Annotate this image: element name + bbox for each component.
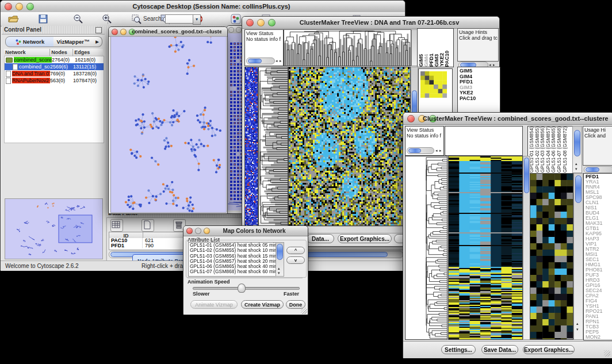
view-status-hscrollbar[interactable] [407,147,434,154]
zoom-scroll-down-icon[interactable]: ▾ [576,327,579,331]
tab-vizmapper[interactable]: VizMapper™ [53,36,93,47]
column-label[interactable]: PAC10 [445,51,450,67]
treeview2-zoom-scrollbar[interactable]: ▴ ▾ [573,173,583,340]
hints-scroll-right-icon[interactable]: ▸ [493,63,495,67]
speed-slider-track[interactable] [193,287,300,290]
create-vizmap-button[interactable]: Create Vizmap [241,300,284,309]
network-overview-canvas[interactable] [5,199,101,258]
label-scroll-up-icon[interactable]: ▴ [575,162,577,166]
treeview1-heatmap[interactable] [288,67,411,226]
network-row[interactable]: RNAPuberNov2+563(0)107847(0) [5,77,104,84]
dialog-close-button[interactable] [186,228,193,234]
treeview1-row-dendrogram[interactable] [258,67,288,226]
float-panel-icon[interactable] [95,27,102,33]
scroll-right-icon[interactable]: ▸ [439,148,442,152]
label-scroll-down-icon[interactable]: ▾ [575,167,577,171]
treeview2-hints-scrollbar[interactable] [584,166,612,173]
network-doc-icon [13,64,18,70]
attribute-list[interactable]: GPL51-01 (GSM854) heat shock 05 minGPL51… [188,242,277,277]
scroll-left-icon[interactable]: ◂ [276,59,278,63]
close-button[interactable] [5,3,12,10]
attribute-scroll-up-icon[interactable]: ▴ [278,266,280,270]
network-view-close-button[interactable] [112,29,118,35]
treeview1-minimize-button[interactable] [257,19,265,26]
dialog-resize-grip[interactable] [301,308,307,314]
view-status-label: View Status [246,30,273,36]
vizmapper-icon[interactable] [230,13,242,25]
faster-label: Faster [284,291,299,297]
network-view-minimize-button[interactable] [120,29,127,35]
col-network[interactable]: Network [4,49,50,56]
scroll-right-icon[interactable]: ▸ [280,59,282,63]
control-panel-title: Control Panel [4,26,41,33]
search-dropdown-arrow[interactable]: ▾ [193,14,201,25]
slower-label: Slower [193,291,210,297]
treeview2-close-button[interactable] [407,115,415,122]
move-down-button[interactable]: v [286,256,305,264]
attribute-list-item[interactable]: GPL51-07 (GSM868) heat shock 60 min [189,269,276,274]
treeview1-usage-hints: Usage Hints Click and drag tc [457,28,499,62]
usage-hints-label: Usage Hi [584,127,606,133]
dialog-minimize-button[interactable] [195,228,201,234]
treeview2-titlebar[interactable]: ClusterMaker TreeView : combined_scores_… [403,113,612,125]
speed-slider-thumb[interactable] [238,283,246,293]
zoom-scroll-up-icon[interactable]: ▴ [576,321,579,325]
gene-label[interactable]: MON2 [586,335,612,340]
save-data-button[interactable]: Save Data... [481,345,518,354]
tab-overflow-arrow[interactable]: ▶ [93,36,102,47]
treeview1-global-overview[interactable] [244,67,258,226]
scroll-left-icon[interactable]: ◂ [435,148,438,152]
lattice-minimize-button[interactable] [236,27,242,33]
treeview1-titlebar[interactable]: ClusterMaker TreeView : DNA and Tran 07-… [242,17,499,29]
treeview1-column-dendrogram[interactable] [284,29,411,66]
treeview1-export-graphics-button[interactable]: Export Graphics... [338,234,392,243]
gene-label[interactable]: PAC10 [460,96,500,102]
network-row[interactable]: combined_scores_2764(0)16218(0) [5,56,104,63]
table-mode-icon[interactable] [110,219,123,232]
network-row[interactable]: DNA and Tran 07769(0)183728(0) [5,70,104,77]
attribute-scroll-thumb[interactable] [277,244,283,260]
dialog-titlebar[interactable]: Map Colors to Network [183,226,308,236]
treeview2-vscroll-thumb[interactable] [524,158,529,193]
export-graphics-button[interactable]: Export Graphics... [523,345,575,354]
treeview2-heatmap[interactable] [448,156,523,340]
treeview2-row-dendrogram[interactable] [425,156,447,340]
hints-scroll-left-icon[interactable]: ◂ [489,63,491,67]
treeview1-close-button[interactable] [246,19,254,26]
network-row[interactable]: combined_sco2569(6)13112(15) [5,63,104,70]
tab-network[interactable]: Network [5,36,55,47]
treeview2-zoom-heatmap[interactable] [530,173,573,340]
search-input[interactable] [165,14,194,24]
network-name-cell: DNA and Tran 07 [12,71,50,76]
network-doc-icon [6,78,11,84]
attribute-scroll-down-icon[interactable]: ▾ [278,271,280,275]
network-view-titlebar[interactable]: combined_scores_good.txt--cluste... [109,27,227,37]
column-label[interactable]: GPL51-08 (GSM872) [563,127,568,173]
col-edges[interactable]: Edges [73,49,103,56]
network-overview-panel[interactable] [5,198,103,259]
treeview2-label-scrollbar[interactable]: ▴ ▾ [572,126,582,173]
open-folder-icon[interactable] [7,13,19,25]
attribute-list-scrollbar[interactable]: ▴ ▾ [276,242,284,277]
label-scroll-thumb[interactable] [574,130,580,156]
main-titlebar[interactable]: Cytoscape Desktop (Session Name: collins… [1,1,405,13]
minimize-button[interactable] [16,3,23,10]
settings-button[interactable]: Settings... [441,345,476,354]
treeview2-window: ClusterMaker TreeView : combined_scores_… [403,112,612,358]
treeview1-data-button[interactable]: Data... [307,234,334,243]
treeview1-zoom-matrix[interactable] [420,71,447,98]
animate-vizmap-button[interactable]: Animate Vizmap [190,300,238,309]
treeview2-column-labels: GPL51-01 (GSM854)GPL51-02 (GSM855)GPL51-… [527,126,573,174]
col-nodes[interactable]: Nodes [50,49,73,56]
move-up-button[interactable]: ^ [286,247,305,254]
treeview2-column-tree-area[interactable] [445,126,523,156]
lattice-close-button[interactable] [228,27,234,33]
zoom-scroll-thumb[interactable] [575,175,582,203]
new-attribute-icon[interactable] [141,219,154,232]
treeview2-resize-grip[interactable] [604,350,610,357]
zoom-selected-region-icon[interactable] [131,13,142,25]
save-icon[interactable] [37,13,49,25]
zoom-out-icon[interactable] [72,13,84,25]
network-view-canvas[interactable] [110,36,227,213]
view-status-hscrollbar[interactable] [246,58,275,64]
